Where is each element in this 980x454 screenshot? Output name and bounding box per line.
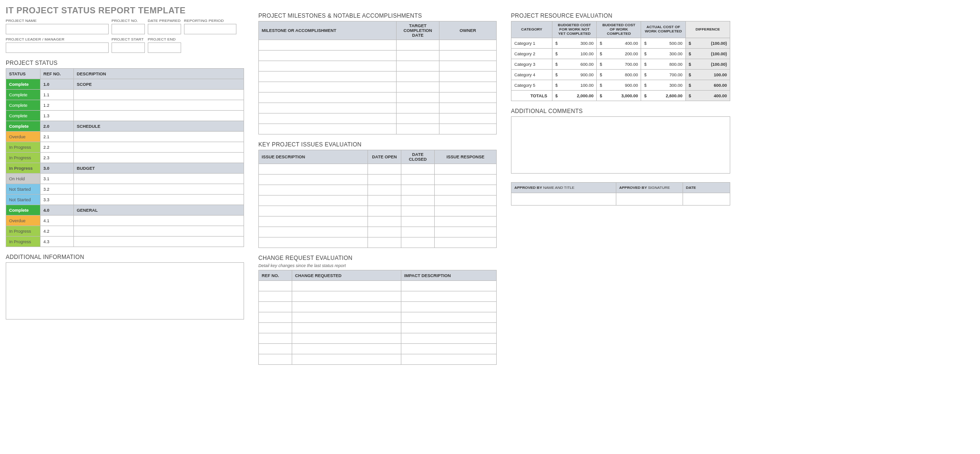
money-cell: $700.00 <box>597 59 641 70</box>
desc-cell[interactable]: SCHEDULE <box>74 121 244 132</box>
th-desc: DESCRIPTION <box>74 69 244 79</box>
ref-cell: 4.2 <box>41 226 74 237</box>
th-res-diff: DIFFERENCE <box>685 21 730 38</box>
input-date-prepared[interactable] <box>148 24 181 34</box>
table-row[interactable] <box>259 323 497 333</box>
table-row[interactable] <box>259 175 497 185</box>
desc-cell[interactable]: BUDGET <box>74 163 244 174</box>
label-date-prepared: DATE PREPARED <box>148 19 181 23</box>
table-row[interactable] <box>259 124 497 134</box>
ref-cell: 3.1 <box>41 174 74 184</box>
desc-cell[interactable]: GENERAL <box>74 205 244 216</box>
money-cell: $100.00 <box>552 80 596 91</box>
status-cell: Not Started <box>6 195 41 205</box>
desc-cell[interactable] <box>74 174 244 184</box>
ref-cell: 1.1 <box>41 90 74 100</box>
money-cell: $500.00 <box>641 38 685 49</box>
desc-cell[interactable] <box>74 132 244 142</box>
table-row[interactable] <box>259 72 497 82</box>
money-cell: $300.00 <box>552 38 596 49</box>
desc-cell[interactable] <box>74 142 244 153</box>
desc-cell[interactable] <box>74 111 244 121</box>
th-res-c1: BUDGETED COST FOR WORK NOT YET COMPLETED <box>552 21 596 38</box>
approval-table: APPROVED BY NAME AND TITLE APPROVED BY S… <box>511 182 730 206</box>
table-row: Complete1.1 <box>6 90 244 100</box>
section-milestones: PROJECT MILESTONES & NOTABLE ACCOMPLISHM… <box>258 12 497 19</box>
section-issues: KEY PROJECT ISSUES EVALUATION <box>258 141 497 148</box>
status-cell: Complete <box>6 79 41 90</box>
money-cell: $400.00 <box>685 91 730 101</box>
res-cat-cell: Category 5 <box>511 80 552 91</box>
table-row[interactable] <box>259 93 497 103</box>
totals-row: TOTALS$2,000.00$3,000.00$2,600.00$400.00 <box>511 91 730 101</box>
input-project-name[interactable] <box>6 24 109 34</box>
desc-cell[interactable] <box>74 90 244 100</box>
table-row: Complete2.0SCHEDULE <box>6 121 244 132</box>
table-row[interactable] <box>259 185 497 196</box>
label-project-no: PROJECT NO. <box>112 19 145 23</box>
table-row[interactable] <box>259 206 497 217</box>
input-project-no[interactable] <box>112 24 145 34</box>
table-row[interactable] <box>259 217 497 227</box>
table-row[interactable] <box>259 237 497 248</box>
table-row[interactable] <box>259 61 497 72</box>
money-cell: $100.00 <box>552 49 596 59</box>
section-comments: ADDITIONAL COMMENTS <box>511 108 730 114</box>
th-res-cat: CATEGORY <box>511 21 552 38</box>
table-row: Category 2$100.00$200.00$300.00$(100.00) <box>511 49 730 59</box>
status-cell: Overdue <box>6 132 41 142</box>
input-project-start[interactable] <box>112 42 145 53</box>
table-row[interactable] <box>259 344 497 354</box>
ref-cell: 2.1 <box>41 132 74 142</box>
table-row: Category 1$300.00$400.00$500.00$(100.00) <box>511 38 730 49</box>
table-row[interactable] <box>259 227 497 237</box>
ref-cell: 3.0 <box>41 163 74 174</box>
approval-row[interactable] <box>511 193 730 206</box>
table-row: Category 3$600.00$700.00$800.00$(100.00) <box>511 59 730 70</box>
table-row[interactable] <box>259 333 497 344</box>
th-res-c2: BUDGETED COST OF WORK COMPLETED <box>597 21 641 38</box>
desc-cell[interactable] <box>74 226 244 237</box>
table-row[interactable] <box>259 291 497 302</box>
res-cat-cell: Category 3 <box>511 59 552 70</box>
input-project-end[interactable] <box>148 42 181 53</box>
status-cell: In Progress <box>6 142 41 153</box>
additional-info-box[interactable] <box>6 262 244 320</box>
table-row: In Progress4.3 <box>6 237 244 247</box>
desc-cell[interactable] <box>74 216 244 226</box>
table-row: Category 5$100.00$900.00$300.00$600.00 <box>511 80 730 91</box>
header-row-1: PROJECT NAME PROJECT NO. DATE PREPARED R… <box>6 19 244 34</box>
desc-cell[interactable] <box>74 195 244 205</box>
table-row[interactable] <box>259 51 497 61</box>
money-cell: $300.00 <box>641 49 685 59</box>
section-project-status: PROJECT STATUS <box>6 60 244 66</box>
table-row[interactable] <box>259 103 497 114</box>
comments-box[interactable] <box>511 116 730 174</box>
status-cell: Complete <box>6 90 41 100</box>
desc-cell[interactable]: SCOPE <box>74 79 244 90</box>
desc-cell[interactable] <box>74 100 244 111</box>
table-row[interactable] <box>259 164 497 175</box>
status-cell: Complete <box>6 111 41 121</box>
table-row: Complete1.2 <box>6 100 244 111</box>
input-reporting-period[interactable] <box>184 24 236 34</box>
table-row[interactable] <box>259 196 497 206</box>
table-row[interactable] <box>259 82 497 93</box>
desc-cell[interactable] <box>74 184 244 195</box>
label-project-end: PROJECT END <box>148 37 181 41</box>
table-row[interactable] <box>259 354 497 365</box>
th-issue-resp: ISSUE RESPONSE <box>435 150 497 164</box>
table-row[interactable] <box>259 281 497 291</box>
table-row: Complete4.0GENERAL <box>6 205 244 216</box>
desc-cell[interactable] <box>74 153 244 163</box>
ref-cell: 3.3 <box>41 195 74 205</box>
table-row[interactable] <box>259 302 497 312</box>
table-row[interactable] <box>259 312 497 323</box>
table-row[interactable] <box>259 114 497 124</box>
desc-cell[interactable] <box>74 237 244 247</box>
money-cell: $200.00 <box>597 49 641 59</box>
input-leader[interactable] <box>6 42 109 53</box>
money-cell: $900.00 <box>597 80 641 91</box>
status-cell: Complete <box>6 121 41 132</box>
table-row[interactable] <box>259 40 497 51</box>
